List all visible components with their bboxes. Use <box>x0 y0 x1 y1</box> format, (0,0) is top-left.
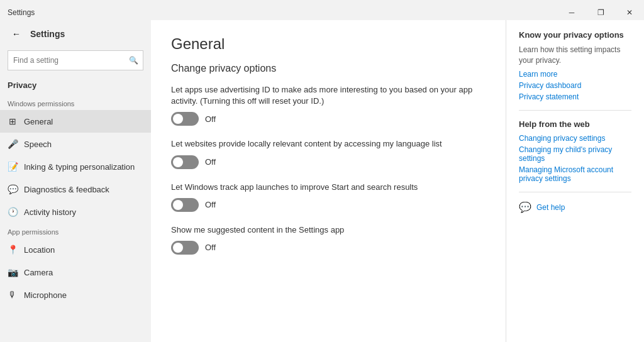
speech-icon: 🎤 <box>8 139 18 149</box>
title-bar-left: Settings <box>0 8 35 17</box>
toggle-row: Off <box>171 112 486 126</box>
microphone-icon: 🎙 <box>8 290 18 300</box>
back-icon: ← <box>12 29 21 39</box>
toggle-suggested-content[interactable] <box>171 241 199 255</box>
search-icon: 🔍 <box>129 56 138 65</box>
privacy-statement-link[interactable]: Privacy statement <box>519 92 631 101</box>
main-content: General Change privacy options Let apps … <box>151 20 506 342</box>
setting-advertising-id: Let apps use advertising ID to make ads … <box>171 84 486 126</box>
toggle-row: Off <box>171 241 486 255</box>
sidebar-item-microphone[interactable]: 🎙 Microphone <box>0 284 151 306</box>
help-from-web-title: Help from the web <box>519 119 631 129</box>
toggle-app-launches[interactable] <box>171 198 199 212</box>
sidebar-item-label: Activity history <box>24 207 76 217</box>
diagnostics-icon: 💬 <box>8 184 18 194</box>
camera-icon: 📷 <box>8 267 18 277</box>
sidebar-item-label: Speech <box>24 140 52 149</box>
sidebar-item-label: Diagnostics & feedback <box>24 185 109 194</box>
sidebar-item-activity[interactable]: 🕐 Activity history <box>0 201 151 223</box>
know-options-description: Learn how this setting impacts your priv… <box>519 45 631 66</box>
sidebar-item-inking[interactable]: 📝 Inking & typing personalization <box>0 155 151 178</box>
sidebar: ← Settings 🔍 Privacy Windows permissions… <box>0 20 151 342</box>
panel-divider <box>519 110 631 111</box>
setting-language-list: Let websites provide locally relevant co… <box>171 138 486 168</box>
toggle-knob <box>173 114 183 124</box>
toggle-knob <box>173 200 183 210</box>
toggle-advertising-id[interactable] <box>171 112 199 126</box>
toggle-state: Off <box>205 157 216 167</box>
search-container: 🔍 <box>8 50 143 70</box>
setting-description: Show me suggested content in the Setting… <box>171 224 486 236</box>
windows-permissions-label: Windows permissions <box>0 95 151 110</box>
title-bar-title: Settings <box>8 8 35 17</box>
get-help-row[interactable]: 💬 Get help <box>519 201 631 214</box>
sidebar-item-general[interactable]: ⊞ General <box>0 110 151 133</box>
sidebar-item-label: Camera <box>24 268 53 277</box>
know-options-title: Know your privacy options <box>519 30 631 40</box>
toggle-row: Off <box>171 198 486 212</box>
app-container: ← Settings 🔍 Privacy Windows permissions… <box>0 20 644 342</box>
toggle-language-list[interactable] <box>171 155 199 169</box>
toggle-knob <box>173 157 183 167</box>
toggle-knob <box>173 243 183 253</box>
sidebar-item-label: Microphone <box>24 290 67 300</box>
toggle-state: Off <box>205 243 216 252</box>
sidebar-item-label: General <box>24 117 53 126</box>
title-bar: Settings ─ ❐ ✕ <box>0 0 644 20</box>
app-permissions-label: App permissions <box>0 223 151 238</box>
back-button[interactable]: ← <box>8 25 25 43</box>
changing-privacy-link[interactable]: Changing privacy settings <box>519 134 631 143</box>
managing-account-link[interactable]: Managing Microsoft account privacy setti… <box>519 165 631 183</box>
toggle-state: Off <box>205 200 216 209</box>
privacy-label: Privacy <box>0 75 151 95</box>
sidebar-item-label: Inking & typing personalization <box>24 162 135 172</box>
childs-privacy-link[interactable]: Changing my child's privacy settings <box>519 145 631 163</box>
general-icon: ⊞ <box>8 116 18 126</box>
sidebar-item-label: Location <box>24 245 55 255</box>
right-panel: Know your privacy options Learn how this… <box>506 20 644 342</box>
search-input[interactable] <box>8 50 143 70</box>
toggle-row: Off <box>171 155 486 169</box>
privacy-dashboard-link[interactable]: Privacy dashboard <box>519 81 631 90</box>
toggle-state: Off <box>205 114 216 124</box>
setting-description: Let Windows track app launches to improv… <box>171 182 486 193</box>
page-title: General <box>171 35 486 53</box>
sidebar-item-diagnostics[interactable]: 💬 Diagnostics & feedback <box>0 178 151 201</box>
activity-icon: 🕐 <box>8 207 18 217</box>
get-help-icon: 💬 <box>519 201 531 214</box>
setting-suggested-content: Show me suggested content in the Setting… <box>171 224 486 255</box>
sidebar-item-camera[interactable]: 📷 Camera <box>0 261 151 284</box>
section-title: Change privacy options <box>171 63 486 74</box>
learn-more-link[interactable]: Learn more <box>519 70 631 79</box>
sidebar-item-speech[interactable]: 🎤 Speech <box>0 133 151 155</box>
panel-divider-2 <box>519 192 631 192</box>
sidebar-header: ← Settings <box>0 20 151 48</box>
get-help-link[interactable]: Get help <box>536 203 565 212</box>
app-title: Settings <box>30 29 65 39</box>
setting-description: Let apps use advertising ID to make ads … <box>171 84 486 107</box>
location-icon: 📍 <box>8 245 18 255</box>
setting-app-launches: Let Windows track app launches to improv… <box>171 182 486 212</box>
inking-icon: 📝 <box>8 162 18 172</box>
sidebar-item-location[interactable]: 📍 Location <box>0 238 151 261</box>
setting-description: Let websites provide locally relevant co… <box>171 138 486 150</box>
